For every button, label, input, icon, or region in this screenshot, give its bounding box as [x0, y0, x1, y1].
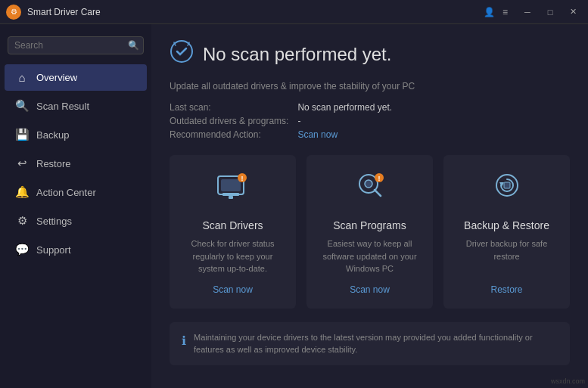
svg-point-8: [365, 180, 372, 188]
last-scan-value: No scan performed yet.: [297, 102, 570, 113]
search-input[interactable]: [14, 40, 128, 51]
maximize-button[interactable]: □: [541, 5, 559, 20]
sidebar-item-scan-result[interactable]: 🔍 Scan Result: [5, 92, 147, 120]
sidebar-item-settings[interactable]: ⚙ Settings: [5, 207, 147, 234]
info-grid: Last scan: No scan performed yet. Outdat…: [170, 102, 570, 140]
search-icon[interactable]: 🔍: [128, 40, 139, 51]
scan-programs-title: Scan Programs: [333, 219, 406, 231]
svg-rect-2: [221, 179, 241, 191]
svg-line-9: [375, 190, 381, 196]
svg-marker-13: [499, 182, 504, 187]
watermark: wsxdn.com: [551, 377, 585, 385]
info-bar-icon: ℹ: [182, 332, 186, 350]
sidebar-item-support[interactable]: 💬 Support: [5, 236, 147, 263]
backup-restore-card: Backup & Restore Driver backup for safe …: [443, 155, 570, 309]
sidebar-item-label-action-center: Action Center: [36, 187, 96, 198]
sidebar-item-action-center[interactable]: 🔔 Action Center: [5, 178, 147, 206]
sidebar-item-label-support: Support: [36, 244, 71, 256]
backup-restore-icon-area: [489, 169, 525, 209]
app-title: Smart Driver Care: [27, 7, 101, 17]
svg-text:!: !: [378, 175, 380, 182]
minimize-button[interactable]: ─: [518, 5, 537, 20]
app-logo: ⚙: [6, 5, 21, 20]
info-bar: ℹ Maintaining your device drivers to the…: [170, 322, 570, 365]
scan-drivers-icon-area: !: [215, 169, 251, 209]
recommended-label: Recommended Action:: [170, 129, 288, 140]
svg-text:!: !: [241, 175, 243, 182]
page-header: No scan performed yet.: [170, 39, 570, 69]
close-button[interactable]: ✕: [564, 5, 582, 20]
sidebar-item-label-scan-result: Scan Result: [36, 101, 89, 112]
svg-rect-4: [229, 196, 233, 199]
scan-programs-desc: Easiest way to keep all software updated…: [319, 237, 421, 275]
scan-drivers-title: Scan Drivers: [202, 219, 263, 231]
titlebar-extra-icons: 👤 ≡: [484, 7, 508, 17]
sidebar-item-label-backup: Backup: [36, 129, 69, 141]
sidebar: 🔍 ⌂ Overview 🔍 Scan Result 💾 Backup ↩ Re…: [0, 24, 151, 388]
support-icon: 💬: [15, 243, 29, 256]
sidebar-item-label-overview: Overview: [36, 72, 77, 83]
restore-icon: ↩: [15, 157, 29, 170]
svg-rect-14: [504, 182, 510, 188]
sidebar-item-overview[interactable]: ⌂ Overview: [5, 64, 147, 91]
scan-programs-icon-area: !: [352, 169, 388, 209]
scan-result-icon: 🔍: [15, 99, 29, 113]
scan-programs-card: ! Scan Programs Easiest way to keep all …: [306, 155, 433, 309]
last-scan-label: Last scan:: [170, 102, 288, 113]
page-header-icon: [170, 39, 194, 69]
sidebar-item-restore[interactable]: ↩ Restore: [5, 150, 147, 177]
window-controls: ─ □ ✕: [518, 5, 582, 20]
titlebar-left: ⚙ Smart Driver Care: [6, 5, 101, 20]
scan-programs-link[interactable]: Scan now: [350, 284, 390, 295]
sidebar-item-label-restore: Restore: [36, 158, 71, 169]
user-icon[interactable]: 👤: [484, 7, 495, 17]
titlebar: ⚙ Smart Driver Care 👤 ≡ ─ □ ✕: [0, 0, 588, 24]
backup-icon: 💾: [15, 128, 29, 141]
backup-restore-link[interactable]: Restore: [490, 284, 522, 295]
main-content: No scan performed yet. Update all outdat…: [151, 24, 588, 388]
scan-drivers-card: ! Scan Drivers Check for driver status r…: [170, 155, 296, 309]
sidebar-item-label-settings: Settings: [36, 216, 72, 227]
backup-restore-desc: Driver backup for safe restore: [456, 237, 558, 275]
app-body: 🔍 ⌂ Overview 🔍 Scan Result 💾 Backup ↩ Re…: [0, 24, 588, 388]
overview-icon: ⌂: [15, 71, 29, 84]
settings-icon: ⚙: [15, 214, 29, 228]
action-center-icon: 🔔: [15, 185, 29, 199]
page-title: No scan performed yet.: [203, 44, 391, 65]
scan-drivers-link[interactable]: Scan now: [213, 284, 253, 295]
recommended-scan-link[interactable]: Scan now: [297, 129, 570, 140]
cards-row: ! Scan Drivers Check for driver status r…: [170, 155, 570, 309]
svg-rect-3: [222, 193, 239, 196]
scan-drivers-desc: Check for driver status regularly to kee…: [182, 237, 284, 275]
outdated-label: Outdated drivers & programs:: [170, 116, 288, 126]
info-bar-text: Maintaining your device drivers to the l…: [194, 331, 558, 356]
menu-icon[interactable]: ≡: [502, 7, 508, 17]
backup-restore-title: Backup & Restore: [464, 219, 549, 231]
subtitle: Update all outdated drivers & improve th…: [170, 81, 570, 92]
outdated-value: -: [297, 116, 570, 126]
search-box[interactable]: 🔍: [8, 36, 144, 54]
sidebar-item-backup[interactable]: 💾 Backup: [5, 121, 147, 148]
